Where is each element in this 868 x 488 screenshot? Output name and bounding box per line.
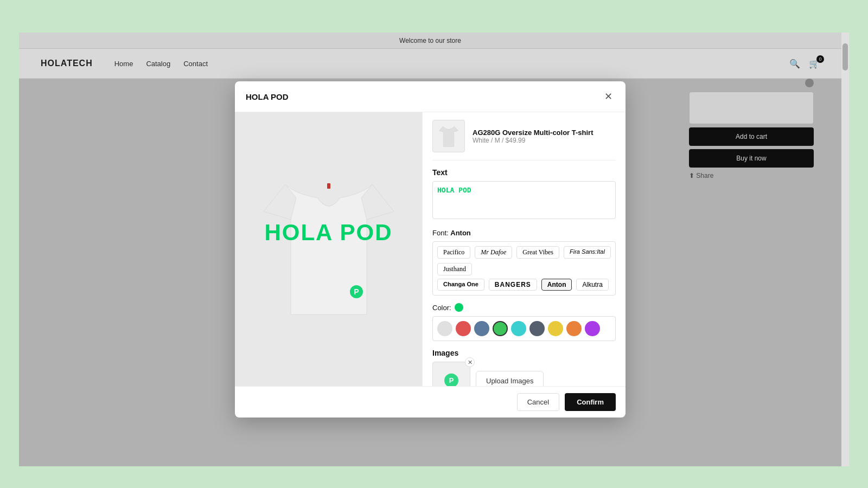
images-section: Images P ✕ Upl <box>432 349 616 386</box>
modal-overlay: HOLA POD ✕ <box>19 33 841 466</box>
modal-title: HOLA POD <box>246 92 289 101</box>
font-fira[interactable]: Fira Sans:Ital <box>564 246 611 259</box>
swatch-cyan[interactable] <box>511 321 526 336</box>
image-remove-button[interactable]: ✕ <box>465 357 475 367</box>
upload-images-button[interactable]: Upload Images <box>476 371 544 387</box>
modal-header: HOLA POD ✕ <box>235 81 626 112</box>
font-justhand[interactable]: Justhand <box>437 263 472 275</box>
svg-text:P: P <box>354 287 359 296</box>
tshirt-svg <box>253 168 405 331</box>
confirm-button[interactable]: Confirm <box>565 393 616 411</box>
shirt-text-overlay: HOLA POD <box>264 220 392 246</box>
tshirt-container: HOLA POD P <box>253 168 405 331</box>
product-info: AG280G Oversize Multi-color T-shirt Whit… <box>432 120 616 160</box>
font-alkutra[interactable]: Alkutra <box>576 279 608 291</box>
font-pacifico[interactable]: Pacifico <box>437 246 470 259</box>
font-anton[interactable]: Anton <box>541 279 572 291</box>
font-mr-dafoe[interactable]: Mr Dafoe <box>475 246 512 259</box>
images-area: P ✕ Upload Images <box>432 362 616 386</box>
swatch-yellow[interactable] <box>548 321 563 336</box>
image-thumb-wrapper: P ✕ <box>432 362 470 386</box>
swatch-green[interactable] <box>493 321 508 336</box>
font-bangers[interactable]: BANGERS <box>489 279 537 291</box>
swatch-red[interactable] <box>456 321 471 336</box>
color-swatches <box>432 316 616 341</box>
config-panel: AG280G Oversize Multi-color T-shirt Whit… <box>422 112 626 386</box>
swatch-purple[interactable] <box>585 321 600 336</box>
scrollbar[interactable] <box>841 33 849 466</box>
text-section-label: Text <box>432 168 616 177</box>
product-name: AG280G Oversize Multi-color T-shirt <box>473 129 593 137</box>
modal-dialog: HOLA POD ✕ <box>235 81 626 418</box>
close-button[interactable]: ✕ <box>602 90 615 103</box>
selected-color-dot <box>455 303 463 312</box>
text-input[interactable]: HOLA POD <box>432 181 616 219</box>
swatch-light-gray[interactable] <box>437 321 452 336</box>
modal-footer: Cancel Confirm <box>235 386 626 418</box>
product-details: AG280G Oversize Multi-color T-shirt Whit… <box>473 129 593 144</box>
swatch-dark-gray[interactable] <box>529 321 545 336</box>
modal-body: HOLA POD P <box>235 112 626 386</box>
font-section: Font: Anton Pacifico Mr Dafoe Great Vibe… <box>432 229 616 296</box>
svg-rect-0 <box>327 183 330 189</box>
browser-background: Welcome to our store HOLATECH Home Catal… <box>0 0 868 488</box>
swatch-orange[interactable] <box>566 321 582 336</box>
swatch-blue-gray[interactable] <box>474 321 489 336</box>
font-label: Font: Anton <box>432 229 616 237</box>
thumb-tshirt-svg <box>438 124 459 148</box>
text-section: Text HOLA POD <box>432 168 616 221</box>
scrollbar-thumb <box>843 43 848 70</box>
font-row-2: Changa One BANGERS Anton Alkutra <box>437 279 611 291</box>
image-thumbnail: P <box>432 362 470 386</box>
font-changa[interactable]: Changa One <box>437 279 484 291</box>
product-variant: White / M / $49.99 <box>473 137 593 144</box>
cancel-button[interactable]: Cancel <box>517 393 559 411</box>
color-section: Color: <box>432 303 616 341</box>
font-row-1: Pacifico Mr Dafoe Great Vibes Fira Sans:… <box>437 246 611 275</box>
color-label: Color: <box>432 303 616 312</box>
font-great-vibes[interactable]: Great Vibes <box>516 246 559 259</box>
images-section-label: Images <box>432 349 616 357</box>
product-preview: HOLA POD P <box>235 112 422 386</box>
shirt-logo: P <box>349 284 364 299</box>
product-thumbnail <box>432 120 465 152</box>
font-grid: Pacifico Mr Dafoe Great Vibes Fira Sans:… <box>432 241 616 296</box>
current-font: Anton <box>450 229 471 237</box>
image-thumb-icon: P <box>442 370 461 386</box>
svg-text:P: P <box>449 376 454 384</box>
